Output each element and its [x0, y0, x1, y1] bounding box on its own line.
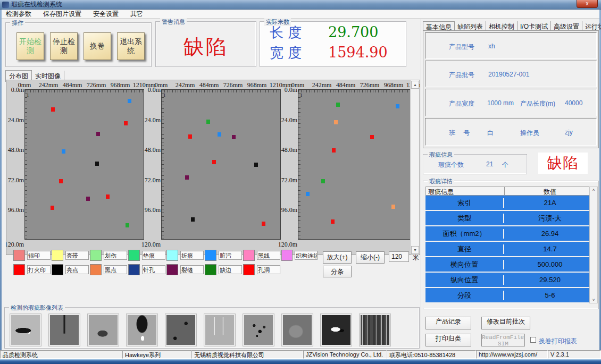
detail-row-value: 29.520: [504, 276, 596, 284]
defect-point-red[interactable]: [51, 206, 54, 210]
legend-item-裂缝: 裂缝: [166, 264, 204, 275]
defect-thumbnail-3[interactable]: [88, 314, 119, 346]
defect-point-black[interactable]: [95, 162, 99, 166]
product-batch-label: 产品批号: [449, 71, 474, 80]
detail-row-4[interactable]: 直径14.7: [425, 242, 596, 257]
split-button[interactable]: 分条: [323, 266, 352, 277]
app-window: 瑕疵在线检测系统 x 检测参数保存图片设置安全设置其它 操作 开始检测停止检测换…: [0, 0, 601, 364]
plot-index-label: 1: [163, 92, 166, 98]
legend-label: 亮点: [65, 265, 89, 274]
defect-point-green[interactable]: [206, 120, 210, 124]
detail-row-7[interactable]: 分段5-6: [425, 288, 596, 303]
title-bar[interactable]: 瑕疵在线检测系统: [0, 0, 601, 10]
detail-row-1[interactable]: 索引21A: [425, 196, 596, 211]
defect-point-green[interactable]: [321, 179, 325, 183]
detail-row-5[interactable]: 横向位置500.000: [425, 257, 596, 273]
product-length-label: 产品长度(m): [520, 99, 555, 108]
y-tick-label: 0.0m: [148, 86, 161, 94]
defect-thumbnail-7[interactable]: [243, 314, 274, 346]
x-tick-label: 484mm: [336, 81, 356, 89]
legend-swatch: [243, 264, 255, 275]
x-tick-label: 242mm: [176, 81, 195, 89]
defect-point-red[interactable]: [124, 121, 128, 125]
legend-item-辊印: 辊印: [13, 250, 51, 261]
defect-point-red[interactable]: [332, 148, 336, 153]
defect-point-red[interactable]: [331, 219, 335, 224]
warning-group: 警告消息 缺陷: [155, 21, 256, 67]
menu-item-2[interactable]: 保存图片设置: [43, 10, 81, 19]
defect-thumbnail-1[interactable]: [10, 314, 41, 346]
op-button-4[interactable]: 退出系统: [117, 32, 145, 60]
detail-row-label: 分段: [425, 291, 504, 300]
scroll-up-icon[interactable]: ▲: [411, 81, 419, 89]
modify-batch-button[interactable]: 修改目前批次: [481, 317, 530, 329]
defect-point-red[interactable]: [212, 160, 216, 164]
print-classify-button[interactable]: 打印归类: [425, 334, 471, 346]
defect-point-red[interactable]: [51, 107, 55, 112]
defect-point-red[interactable]: [106, 194, 110, 199]
table-scroll-up-icon[interactable]: ˄: [590, 188, 597, 192]
defect-thumbnail-6[interactable]: [204, 314, 235, 346]
defect-point-blue[interactable]: [396, 104, 399, 108]
defect-detail-group-label: 瑕疵详情: [428, 177, 454, 185]
defect-point-black[interactable]: [191, 217, 195, 222]
defect-point-red[interactable]: [59, 179, 63, 183]
defect-point-black[interactable]: [254, 163, 258, 167]
legend-label: 缺边: [219, 265, 242, 274]
menu-item-3[interactable]: 安全设置: [93, 10, 119, 19]
plot-scrollbar[interactable]: ▲▼: [410, 80, 419, 255]
defect-point-blue[interactable]: [62, 149, 65, 154]
status-bar: 品质检测系统Hawkeye系列无锡精质视觉科技有限公司JZVision Tech…: [0, 350, 601, 359]
defect-point-blue[interactable]: [306, 192, 310, 196]
product-record-button[interactable]: 产品记录: [425, 317, 471, 329]
defect-thumbnail-2[interactable]: [49, 314, 80, 346]
table-scrollbar[interactable]: ˄ ˅: [589, 187, 598, 303]
scroll-down-icon[interactable]: ▼: [411, 246, 419, 254]
defect-point-green[interactable]: [126, 223, 129, 227]
defect-point-green[interactable]: [336, 103, 340, 107]
menu-item-1[interactable]: 检测参数: [6, 10, 31, 19]
detail-row-6[interactable]: 纵向位置29.520: [425, 273, 596, 288]
defect-thumbnail-8[interactable]: [282, 314, 313, 346]
defect-thumbnail-10[interactable]: [360, 314, 390, 346]
defect-point-orange[interactable]: [334, 120, 338, 124]
table-scroll-down-icon[interactable]: ˅: [590, 298, 597, 302]
defect-point-red[interactable]: [370, 135, 374, 139]
op-button-3[interactable]: 换卷: [84, 32, 111, 60]
y-tick-label: 96.0m: [145, 206, 161, 214]
defect-thumbnail-9[interactable]: [321, 314, 352, 346]
y-tick-label: 72.0m: [145, 176, 161, 184]
defect-point-blue[interactable]: [218, 132, 221, 137]
read-from-file-button: ReadFromFile-SIM: [481, 334, 525, 346]
menu-item-4[interactable]: 其它: [130, 10, 143, 19]
legend-item-脏污: 脏污: [205, 250, 242, 261]
warning-message: 缺陷: [156, 33, 256, 61]
op-button-1[interactable]: 开始检测: [16, 32, 44, 60]
defect-point-red[interactable]: [188, 134, 192, 139]
op-button-2[interactable]: 停止检测: [50, 32, 78, 60]
windows-taskbar[interactable]: [0, 359, 601, 364]
defect-point-red[interactable]: [262, 222, 265, 226]
zoom-in-button[interactable]: 放大(+): [323, 251, 352, 264]
defect-point-blue[interactable]: [128, 99, 131, 103]
print-on-rollchange-checkbox[interactable]: [530, 337, 536, 343]
status-segment-7: V 2.3.1: [548, 350, 601, 359]
x-tick-label: 968mm: [384, 81, 404, 89]
defect-point-purple[interactable]: [86, 197, 90, 201]
detail-row-2[interactable]: 类型污渍-大: [425, 211, 596, 226]
defect-point-purple[interactable]: [185, 175, 189, 180]
close-button[interactable]: x: [577, 0, 598, 8]
defect-thumbnail-4[interactable]: [127, 314, 157, 346]
detail-row-3[interactable]: 面积（mm2）26.94: [425, 226, 596, 242]
zoom-out-button[interactable]: 缩小(-): [356, 251, 385, 264]
plot-canvas[interactable]: 1: [298, 89, 418, 240]
range-input[interactable]: [389, 251, 409, 262]
plot-canvas[interactable]: 1: [24, 89, 144, 240]
defect-point-purple[interactable]: [232, 135, 236, 139]
defect-point-purple[interactable]: [96, 132, 100, 136]
plot-canvas[interactable]: 1: [161, 89, 281, 240]
defect-thumbnail-5[interactable]: [165, 314, 196, 346]
detail-row-label: 索引: [425, 198, 504, 208]
thumbnail-group: 检测的瑕疵影像列表: [4, 307, 420, 349]
defect-point-orange[interactable]: [391, 205, 395, 209]
